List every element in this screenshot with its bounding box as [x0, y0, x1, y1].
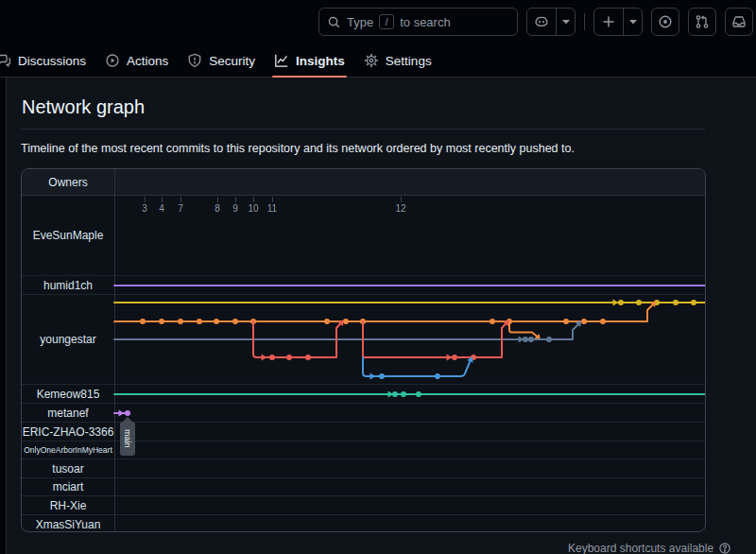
branch-line-slate: [114, 325, 578, 340]
search-input[interactable]: Type / to search: [318, 8, 518, 36]
flow-arrow: [447, 355, 453, 361]
create-new-button-group: [593, 8, 643, 36]
commit-dot[interactable]: [343, 319, 349, 324]
commit-dot[interactable]: [490, 319, 495, 324]
copilot-menu-button[interactable]: [556, 9, 575, 35]
plus-icon: [602, 15, 615, 28]
commit-dot[interactable]: [178, 319, 183, 324]
commit-dot[interactable]: [197, 319, 202, 324]
commit-dot[interactable]: [546, 337, 552, 342]
play-circle-icon: [105, 53, 120, 68]
gear-icon: [364, 53, 379, 68]
copilot-icon: [534, 14, 549, 29]
commit-dot[interactable]: [691, 300, 696, 305]
tab-insights[interactable]: Insights: [265, 44, 354, 77]
keyboard-shortcuts-label: Keyboard shortcuts available: [568, 542, 713, 554]
left-edge-panel: [0, 78, 7, 554]
commit-dot[interactable]: [125, 410, 130, 416]
tab-label: Insights: [296, 54, 345, 68]
commit-dot[interactable]: [435, 373, 440, 379]
commit-dot[interactable]: [159, 319, 164, 324]
issues-button[interactable]: [651, 8, 679, 36]
create-new-menu-button[interactable]: [623, 9, 642, 35]
branch-line-orange: [114, 305, 653, 322]
top-header-bar: Type / to search: [0, 0, 756, 44]
page-description: Timeline of the most recent commits to t…: [21, 142, 575, 155]
commit-dot[interactable]: [563, 319, 569, 324]
commit-dot[interactable]: [581, 319, 587, 324]
commit-dot[interactable]: [379, 373, 385, 379]
flow-arrow: [519, 337, 524, 343]
search-icon: [327, 15, 341, 29]
network-graph-card: Owners EveSunMaplehumid1chyoungestarKeme…: [21, 168, 706, 532]
commit-dot[interactable]: [214, 319, 219, 324]
flow-arrow: [262, 355, 267, 361]
notifications-inbox-button[interactable]: [725, 8, 753, 36]
commit-dot[interactable]: [286, 355, 292, 360]
commit-dot[interactable]: [269, 355, 275, 360]
commit-dot[interactable]: [401, 391, 406, 397]
commit-dot[interactable]: [452, 355, 457, 360]
tab-label: Actions: [127, 54, 168, 68]
shield-icon: [187, 53, 202, 68]
commit-dot[interactable]: [636, 300, 642, 305]
tab-security[interactable]: Security: [178, 44, 265, 77]
issue-opened-icon: [658, 14, 673, 29]
flow-arrow: [119, 410, 125, 417]
commit-dot[interactable]: [232, 319, 238, 324]
commit-dot[interactable]: [416, 391, 421, 397]
inbox-icon: [731, 14, 747, 29]
tab-settings[interactable]: Settings: [354, 44, 441, 77]
tab-label: Security: [209, 54, 255, 68]
branch-line-orange: [509, 321, 538, 337]
title-divider: [21, 129, 705, 130]
copilot-button-group: [526, 8, 576, 36]
repo-nav: Discussions Actions Security: [0, 44, 756, 78]
flow-arrow: [613, 300, 619, 306]
branch-tag-main: main: [120, 422, 135, 456]
chevron-down-icon: [629, 20, 637, 25]
keyboard-shortcuts-hint[interactable]: Keyboard shortcuts available: [568, 542, 731, 554]
git-pull-request-icon: [695, 14, 710, 29]
tab-label: Discussions: [18, 54, 86, 68]
commit-dot[interactable]: [673, 300, 679, 305]
question-circle-icon: [718, 542, 731, 554]
search-placeholder-prefix: Type: [347, 15, 373, 29]
chevron-down-icon: [562, 20, 570, 25]
flow-arrow: [370, 373, 376, 380]
tab-discussions[interactable]: Discussions: [0, 44, 95, 77]
commit-dot[interactable]: [528, 337, 534, 342]
page-title: Network graph: [22, 96, 145, 118]
branch-line-blue: [363, 357, 470, 376]
commit-dot[interactable]: [324, 319, 330, 324]
graph-icon: [274, 53, 289, 68]
commit-network-svg[interactable]: [22, 169, 706, 532]
pull-requests-button[interactable]: [688, 8, 716, 36]
slash-keycap: /: [379, 14, 394, 29]
commit-dot[interactable]: [305, 355, 311, 360]
create-new-button[interactable]: [594, 9, 623, 35]
tab-label: Settings: [386, 54, 432, 68]
commit-dot[interactable]: [618, 300, 624, 305]
header-divider: [584, 13, 585, 30]
commit-dot[interactable]: [140, 319, 146, 324]
commit-dot[interactable]: [600, 319, 606, 324]
flow-arrow: [388, 391, 394, 398]
tab-actions[interactable]: Actions: [95, 44, 178, 77]
comment-discussion-icon: [0, 53, 11, 68]
search-placeholder-suffix: to search: [400, 15, 450, 29]
copilot-button[interactable]: [527, 9, 556, 35]
